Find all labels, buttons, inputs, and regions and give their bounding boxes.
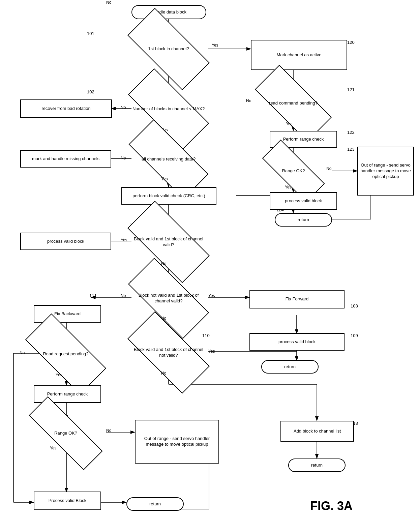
no-label-rrp: No [20,351,25,355]
fix-backward: Fix Backward [34,305,101,323]
yes-label-rom: Yes [50,446,57,450]
label-120: 120 [347,40,355,45]
range-ok-mid-diamond: Range OK? [27,420,104,447]
recover-bad-rotation: recover from bad rotation [20,99,112,118]
mark-handle-missing: mark and handle missing channels [20,150,111,168]
label-108: 108 [351,303,358,308]
handle-data-block: Handle data block [131,5,206,19]
block-valid-not-valid-diamond: Block valid and 1st block of channel not… [130,333,207,372]
return-top: return [275,213,332,227]
mark-channel-active: Mark channel as active [251,40,347,70]
range-ok-top-diamond: Range OK? [262,158,325,184]
read-command-pending-diamond: read command pending? [256,86,330,121]
out-of-range-bot: Out of range - send servo handler messag… [135,420,219,464]
yes-label-rrp: Yes [56,373,62,377]
no-label-num-blocks: No [121,105,126,110]
out-of-range-top: Out of range - send servo handler messag… [357,147,414,196]
process-valid-block-left: process valid block [20,233,111,250]
perform-block-valid: perform block valid check (CRC, etc.) [121,187,216,205]
label-109: 109 [351,333,358,338]
add-block-channel-list: Add block to channel list [280,421,354,442]
no-label-rom: No [106,0,111,5]
yes-label-read-cmd: Yes [286,121,293,126]
read-request-pending-diamond: Read request pending? [27,335,104,373]
process-valid-block-bot: Process valid Block [34,492,101,510]
return-bot-left: return [126,497,184,511]
block-not-valid-diamond: Block not valid and 1st block of channel… [130,280,207,317]
process-valid-block-108: process valid block [249,333,345,351]
label-111: 111 [89,293,97,298]
no-label-all-chan: No [121,156,126,160]
number-blocks-diamond: Number of blocks in channel < MAX? [130,90,207,127]
no-label-read-cmd: No [246,98,251,103]
label-122: 122 [347,130,355,135]
no-label-bvnv: No [161,371,166,376]
yes-label-bnv: Yes [208,293,215,298]
yes-label-range-top: Yes [285,185,292,189]
label-110: 110 [202,333,210,338]
block-valid-1st-diamond: Block valid and 1st block of channel val… [130,223,207,261]
label-102: 102 [87,89,94,94]
all-channels-diamond: all channels receiving data? [130,142,207,177]
yes-label-bvnv: Yes [208,349,215,354]
label-101: 101 [87,31,94,36]
label-123: 123 [347,147,355,152]
yes-label-bv1: Yes [121,238,127,242]
flowchart-diagram: Handle data block 101 1st block in chann… [0,0,418,532]
return-right-bot: return [288,459,346,472]
no-label-rom2: No [106,428,111,433]
yes-label-1st: Yes [212,43,218,48]
fix-forward: Fix Forward [249,290,345,308]
no-label-bnv-left: No [121,293,126,298]
no-label-range-top: No [326,166,331,171]
figure-label: FIG. 3A [310,499,353,513]
return-right-mid: return [261,360,319,374]
label-121: 121 [347,87,355,92]
first-block-diamond: 1st block in channel? [130,30,207,68]
yes-label-all-chan: Yes [161,177,168,181]
process-valid-block-top: process valid block [270,192,337,210]
